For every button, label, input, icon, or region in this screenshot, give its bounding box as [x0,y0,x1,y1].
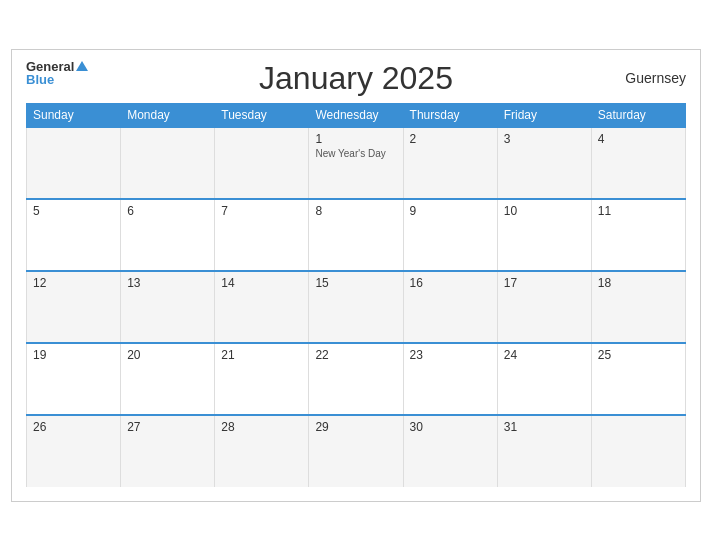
day-number: 13 [127,276,208,290]
calendar-header-row: Sunday Monday Tuesday Wednesday Thursday… [27,103,686,127]
day-number: 15 [315,276,396,290]
day-number: 7 [221,204,302,218]
logo-triangle-icon [76,61,88,71]
day-number: 18 [598,276,679,290]
day-number: 3 [504,132,585,146]
calendar-day-cell: 15 [309,271,403,343]
header-wednesday: Wednesday [309,103,403,127]
calendar-day-cell: 11 [591,199,685,271]
day-number: 14 [221,276,302,290]
calendar-day-cell: 24 [497,343,591,415]
calendar-day-cell: 6 [121,199,215,271]
day-number: 1 [315,132,396,146]
calendar-day-cell: 31 [497,415,591,487]
calendar-day-cell: 14 [215,271,309,343]
calendar-day-cell: 2 [403,127,497,199]
calendar-header: General Blue January 2025 Guernsey [26,60,686,97]
header-sunday: Sunday [27,103,121,127]
day-number: 8 [315,204,396,218]
day-number: 4 [598,132,679,146]
day-number: 20 [127,348,208,362]
calendar-day-cell: 8 [309,199,403,271]
calendar-day-cell: 28 [215,415,309,487]
logo: General Blue [26,60,88,86]
day-number: 30 [410,420,491,434]
day-number: 28 [221,420,302,434]
day-number: 17 [504,276,585,290]
day-number: 27 [127,420,208,434]
calendar-day-cell: 13 [121,271,215,343]
day-number: 9 [410,204,491,218]
calendar-week-row: 12131415161718 [27,271,686,343]
header-monday: Monday [121,103,215,127]
day-number: 10 [504,204,585,218]
day-number: 19 [33,348,114,362]
logo-general-text: General [26,60,74,73]
calendar-day-cell: 29 [309,415,403,487]
calendar-title: January 2025 [259,60,453,97]
calendar-day-cell: 9 [403,199,497,271]
calendar-week-row: 262728293031 [27,415,686,487]
calendar-grid: Sunday Monday Tuesday Wednesday Thursday… [26,103,686,487]
day-number: 16 [410,276,491,290]
calendar-day-cell: 25 [591,343,685,415]
holiday-label: New Year's Day [315,148,396,159]
calendar-day-cell: 10 [497,199,591,271]
calendar-day-cell [591,415,685,487]
country-label: Guernsey [625,70,686,86]
header-thursday: Thursday [403,103,497,127]
calendar-day-cell [121,127,215,199]
calendar-day-cell: 16 [403,271,497,343]
calendar-day-cell: 7 [215,199,309,271]
day-number: 6 [127,204,208,218]
calendar-day-cell: 5 [27,199,121,271]
day-number: 29 [315,420,396,434]
calendar-day-cell: 27 [121,415,215,487]
calendar-week-row: 567891011 [27,199,686,271]
day-number: 22 [315,348,396,362]
day-number: 31 [504,420,585,434]
calendar-day-cell: 19 [27,343,121,415]
header-saturday: Saturday [591,103,685,127]
calendar-day-cell [27,127,121,199]
calendar-day-cell: 21 [215,343,309,415]
calendar-day-cell: 3 [497,127,591,199]
calendar-day-cell: 22 [309,343,403,415]
day-number: 5 [33,204,114,218]
day-number: 25 [598,348,679,362]
calendar-day-cell: 12 [27,271,121,343]
calendar-day-cell: 17 [497,271,591,343]
header-friday: Friday [497,103,591,127]
day-number: 21 [221,348,302,362]
calendar-week-row: 19202122232425 [27,343,686,415]
day-number: 11 [598,204,679,218]
calendar-day-cell: 23 [403,343,497,415]
calendar-day-cell: 18 [591,271,685,343]
header-tuesday: Tuesday [215,103,309,127]
calendar-day-cell: 1New Year's Day [309,127,403,199]
calendar-day-cell: 4 [591,127,685,199]
logo-blue-text: Blue [26,73,54,86]
calendar-week-row: 1New Year's Day234 [27,127,686,199]
day-number: 24 [504,348,585,362]
calendar-day-cell: 20 [121,343,215,415]
day-number: 26 [33,420,114,434]
calendar-day-cell: 30 [403,415,497,487]
day-number: 2 [410,132,491,146]
calendar-body: 1New Year's Day2345678910111213141516171… [27,127,686,487]
day-number: 23 [410,348,491,362]
calendar-container: General Blue January 2025 Guernsey Sunda… [11,49,701,502]
day-number: 12 [33,276,114,290]
calendar-day-cell: 26 [27,415,121,487]
calendar-day-cell [215,127,309,199]
